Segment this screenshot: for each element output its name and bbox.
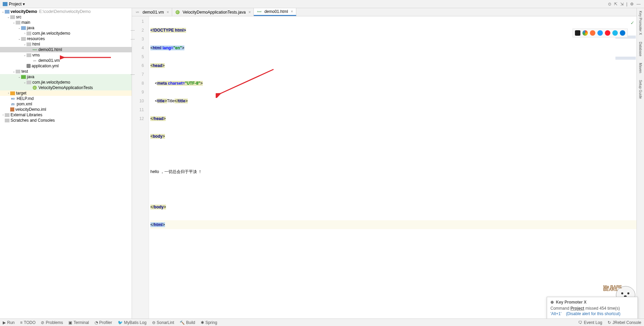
edge-icon[interactable]: [620, 30, 625, 36]
tree-resources[interactable]: resources: [0, 36, 132, 41]
html-file-icon: [32, 47, 37, 52]
tool-database[interactable]: Database: [639, 42, 642, 56]
status-problems[interactable]: ⊘ Problems: [41, 320, 63, 325]
firefox-icon[interactable]: [590, 30, 595, 36]
intellij-icon[interactable]: [575, 30, 580, 36]
tree-java-test[interactable]: java: [0, 74, 132, 80]
tool-setup-guide[interactable]: Setup Guide: [639, 80, 642, 99]
package-icon: [27, 32, 31, 35]
tree-demo01-html[interactable]: demo01.html: [0, 47, 132, 52]
tab-tests-java[interactable]: VelocityDemoApplicationTests.java ×: [172, 8, 254, 16]
opera-icon[interactable]: [605, 30, 610, 36]
tree-demo01-vm[interactable]: demo01.vm: [0, 58, 132, 63]
project-icon: [3, 2, 7, 6]
tool-key-promoter[interactable]: Key Promoter X: [639, 11, 642, 35]
test-folder-icon: [21, 75, 26, 79]
safari-icon[interactable]: [597, 30, 603, 36]
java-class-icon: [32, 85, 37, 90]
chrome-icon[interactable]: [582, 30, 588, 36]
notification-popup[interactable]: ⊕ Key Promoter X Command Project missed …: [547, 297, 638, 320]
resources-folder-icon: [21, 37, 26, 41]
status-mybatis[interactable]: 🐦 MyBatis Log: [118, 320, 147, 325]
folder-icon: [16, 21, 20, 24]
status-bar: ▶ Run ≡ TODO ⊘ Problems ▣ Terminal ◔ Pro…: [0, 319, 644, 326]
tree-vms[interactable]: vms: [0, 52, 132, 58]
folder-icon: [10, 15, 15, 19]
tab-demo01-html[interactable]: demo01.html ×: [254, 8, 296, 16]
java-class-icon: [175, 10, 180, 15]
source-folder-icon: [21, 26, 26, 30]
status-profiler[interactable]: ◔ Profiler: [95, 320, 112, 325]
status-terminal[interactable]: ▣ Terminal: [68, 320, 89, 325]
notif-icon: ⊕: [550, 300, 554, 305]
code-editor[interactable]: 1 2 3 4 5 6 7 8 9 10 11 12 <!DOCTYPE htm…: [132, 16, 637, 319]
libs-icon: [5, 113, 10, 117]
maven-file-icon: [10, 102, 16, 106]
tree-pkg-main[interactable]: com.jie.velocitydemo: [0, 31, 132, 36]
target-folder-icon: [10, 91, 15, 95]
svg-point-6: [627, 292, 629, 294]
code-content[interactable]: <!DOCTYPE html> <html lang="en"> <head> …: [149, 16, 637, 319]
minimize-icon[interactable]: —: [637, 2, 641, 6]
folder-icon: [27, 42, 31, 46]
package-icon: [27, 81, 31, 84]
vm-file-icon: [135, 10, 140, 15]
scratches-icon: [5, 119, 10, 122]
notif-shortcut-link[interactable]: 'Alt+1': [550, 311, 561, 316]
tree-src[interactable]: src: [0, 14, 132, 20]
tree-help-md[interactable]: HELP.md: [0, 96, 132, 101]
collapse-all-icon[interactable]: ⇲: [620, 2, 624, 6]
status-sonarlint[interactable]: ⊖ SonarLint: [152, 320, 174, 325]
tree-pkg-test[interactable]: com.jie.velocitydemo: [0, 80, 132, 85]
tree-target[interactable]: target: [0, 90, 132, 96]
browser-preview-icons: [573, 29, 628, 37]
tree-main[interactable]: main: [0, 20, 132, 25]
project-tree[interactable]: velocityDemo E:\code\Demo\velocityDemo s…: [0, 8, 132, 326]
locate-icon[interactable]: ⊙: [608, 2, 611, 6]
folder-icon: [16, 70, 20, 73]
notif-disable-link[interactable]: (Disable alert for this shortcut): [566, 311, 621, 316]
module-icon: [5, 10, 10, 14]
tree-pom-xml[interactable]: pom.xml: [0, 101, 132, 107]
status-event-log[interactable]: 🗨 Event Log: [578, 320, 602, 325]
line-gutter: 1 2 3 4 5 6 7 8 9 10 11 12: [132, 16, 149, 319]
tree-root[interactable]: velocityDemo E:\code\Demo\velocityDemo: [0, 9, 132, 14]
folder-icon: [27, 53, 31, 57]
status-jrebel[interactable]: ↻ JRebel Console: [608, 320, 641, 325]
expand-icon[interactable]: ⇱: [614, 2, 617, 6]
close-icon[interactable]: ×: [248, 10, 251, 15]
close-icon[interactable]: ×: [167, 10, 169, 15]
status-build[interactable]: 🔨 Build: [180, 320, 195, 325]
html-file-icon: [257, 9, 262, 14]
yml-file-icon: [27, 64, 31, 68]
project-tool-label[interactable]: Project ▾: [0, 2, 28, 6]
vm-file-icon: [32, 58, 37, 63]
tool-maven[interactable]: Maven: [639, 63, 642, 73]
svg-point-5: [621, 292, 623, 294]
ie-icon[interactable]: [612, 30, 618, 36]
iml-file-icon: [10, 107, 14, 111]
divider: |: [626, 2, 627, 6]
status-spring[interactable]: ✱ Spring: [201, 320, 217, 325]
status-todo[interactable]: ≡ TODO: [20, 320, 35, 325]
tree-test-class[interactable]: VelocityDemoApplicationTests: [0, 85, 132, 90]
tree-java-main[interactable]: java: [0, 25, 132, 31]
tree-html-folder[interactable]: html: [0, 41, 132, 47]
tree-ext-libs[interactable]: External Libraries: [0, 112, 132, 118]
tree-scratches[interactable]: Scratches and Consoles: [0, 118, 132, 123]
tab-demo01-vm[interactable]: demo01.vm ×: [132, 8, 172, 16]
status-run[interactable]: ▶ Run: [3, 320, 15, 325]
md-file-icon: [10, 96, 16, 101]
tree-test[interactable]: test: [0, 69, 132, 74]
gear-icon[interactable]: ⚙: [630, 2, 634, 6]
project-label-text: Project: [9, 2, 21, 6]
right-tool-strip: Key Promoter X Database Maven Setup Guid…: [637, 8, 644, 326]
tree-iml[interactable]: velocityDemo.iml: [0, 107, 132, 112]
svg-text:BEARS: BEARS: [603, 287, 617, 292]
editor-tabs: demo01.vm × VelocityDemoApplicationTests…: [132, 8, 637, 16]
close-icon[interactable]: ×: [291, 9, 293, 14]
dropdown-icon: ▾: [23, 2, 25, 6]
tree-app-yml[interactable]: application.yml: [0, 63, 132, 69]
